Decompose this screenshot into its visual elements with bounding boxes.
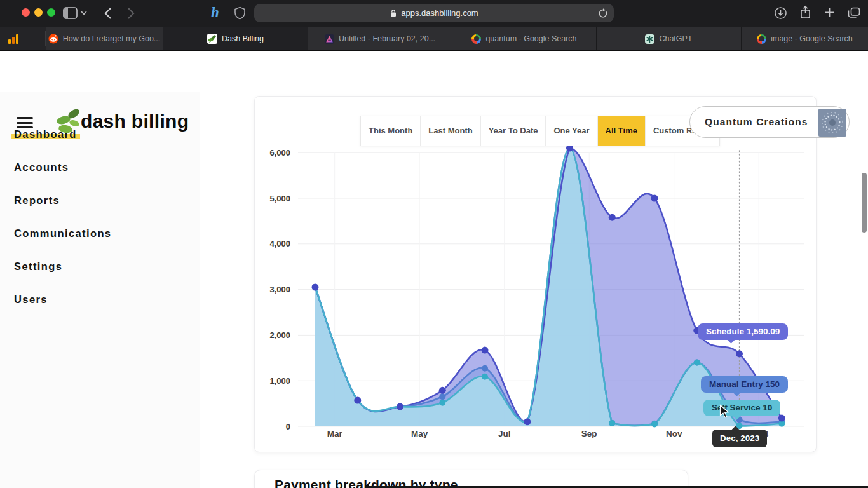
reddit-icon: [48, 34, 58, 44]
payments-area-chart[interactable]: 01,0002,0003,0004,0005,0006,000MarMayJul…: [260, 146, 813, 439]
back-button[interactable]: [104, 6, 112, 20]
tooltip-schedule: Schedule 1,590.09: [698, 323, 788, 340]
svg-text:May: May: [411, 429, 428, 438]
tab-title: ChatGPT: [659, 34, 692, 43]
range-tab-year-to-date[interactable]: Year To Date: [480, 116, 546, 146]
payment-breakdown-card: Payment breakdown by type: [254, 470, 688, 488]
tab-title: How do I retarget my Goo...: [63, 34, 161, 43]
browser-toolbar: h apps.dashbilling.com: [0, 0, 868, 27]
shield-extension-icon[interactable]: [234, 6, 246, 20]
tab-untitled-note[interactable]: Untitled - February 02, 20...: [308, 27, 452, 50]
logo-leaves-icon: [55, 107, 84, 137]
range-tab-last-month[interactable]: Last Month: [420, 116, 480, 146]
google-icon: [757, 34, 766, 44]
range-tab-one-year[interactable]: One Year: [545, 116, 597, 146]
tab-chatgpt[interactable]: ChatGPT: [596, 27, 741, 50]
tab-reddit-question[interactable]: How do I retarget my Goo...: [46, 27, 163, 50]
new-tab-button[interactable]: [824, 6, 836, 18]
screen: h apps.dashbilling.com: [0, 0, 868, 488]
svg-text:Nov: Nov: [666, 429, 682, 438]
svg-text:2,000: 2,000: [269, 330, 290, 340]
svg-text:Jul: Jul: [498, 429, 511, 438]
colorful-a-app-icon: [325, 34, 334, 44]
svg-text:1,000: 1,000: [269, 376, 290, 386]
svg-text:4,000: 4,000: [269, 239, 290, 248]
svg-text:5,000: 5,000: [269, 194, 290, 203]
tab-overview-icon[interactable]: [847, 7, 860, 18]
tab-image-search[interactable]: image - Google Search: [741, 27, 868, 50]
lock-icon: [390, 9, 397, 17]
reload-icon[interactable]: [598, 8, 607, 18]
minimize-window-button[interactable]: [34, 8, 43, 17]
dash-billing-favicon: [207, 34, 217, 44]
account-name: Quantum Creations: [690, 116, 808, 128]
hamburger-menu-icon[interactable]: [17, 117, 33, 130]
svg-text:6,000: 6,000: [269, 148, 290, 158]
close-window-button[interactable]: [22, 8, 30, 17]
sidebar-item-accounts[interactable]: Accounts: [14, 161, 69, 173]
forward-button[interactable]: [127, 6, 135, 20]
account-avatar: [818, 109, 846, 137]
page-scrollbar-thumb[interactable]: [862, 173, 867, 233]
share-icon[interactable]: [799, 5, 811, 20]
app-logo: dash billing: [81, 111, 189, 132]
sidebar-item-users[interactable]: Users: [14, 294, 48, 306]
tab-title: Dash Billing: [222, 34, 264, 43]
tab-quantum-search[interactable]: quantum - Google Search: [452, 27, 596, 50]
browser-tabbar: How do I retarget my Goo... Dash Billing…: [0, 27, 868, 51]
url-bar[interactable]: apps.dashbilling.com: [254, 4, 614, 22]
google-icon: [471, 34, 481, 44]
payments-chart-card: This Month Last Month Year To Date One Y…: [254, 96, 817, 452]
tooltip-manual-entry: Manual Entry 150: [701, 376, 788, 393]
sidebar-nav: Dashboard Accounts Reports Communication…: [0, 92, 200, 488]
downloads-icon[interactable]: [774, 6, 787, 20]
url-text: apps.dashbilling.com: [401, 8, 478, 18]
sidebar-item-communications[interactable]: Communications: [14, 227, 111, 240]
honey-extension-icon[interactable]: h: [211, 5, 219, 20]
svg-text:Mar: Mar: [327, 429, 343, 438]
account-button[interactable]: Quantum Creations: [689, 106, 850, 138]
svg-text:0: 0: [286, 422, 290, 431]
svg-text:3,000: 3,000: [269, 285, 290, 294]
mouse-cursor: [719, 404, 730, 421]
tooltip-date: Dec, 2023: [712, 430, 767, 447]
sidebar-toggle-icon[interactable]: [63, 7, 78, 19]
tab-title: Untitled - February 02, 20...: [339, 34, 435, 43]
app-header: dash billing Quantum Creations: [0, 52, 868, 92]
svg-text:Sep: Sep: [581, 429, 597, 438]
tab-title: image - Google Search: [771, 34, 853, 43]
chatgpt-icon: [645, 34, 654, 44]
range-tab-this-month[interactable]: This Month: [361, 116, 420, 146]
tab-dash-billing[interactable]: Dash Billing: [163, 27, 308, 50]
chevron-down-icon[interactable]: [81, 11, 87, 15]
tooltip-self-service: Self Service 10: [703, 400, 780, 416]
pinned-tab-analytics[interactable]: [6, 32, 20, 45]
date-range-tabs: This Month Last Month Year To Date One Y…: [360, 116, 720, 146]
sidebar-item-reports[interactable]: Reports: [14, 194, 60, 207]
fullscreen-window-button[interactable]: [47, 8, 55, 17]
range-tab-all-time[interactable]: All Time: [597, 116, 645, 146]
tab-title: quantum - Google Search: [485, 34, 576, 43]
sidebar-item-settings[interactable]: Settings: [14, 261, 62, 273]
